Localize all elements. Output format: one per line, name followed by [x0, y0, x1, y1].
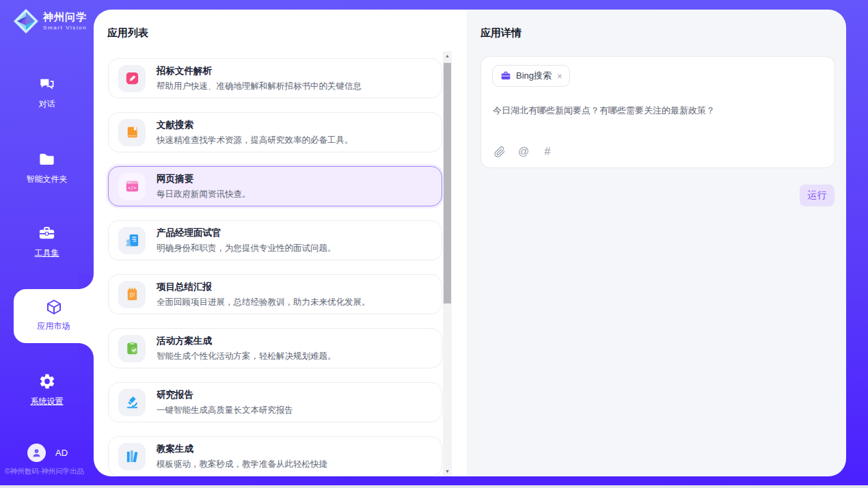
app-desc: 快速精准查找学术资源，提高研究效率的必备工具。 [157, 135, 353, 146]
sidebar-item-settings[interactable]: 系统设置 [0, 371, 94, 407]
notepad-icon [118, 281, 146, 308]
user-account[interactable]: AD [27, 444, 68, 462]
user-avatar-icon [27, 444, 46, 462]
toolbox-icon [0, 223, 94, 243]
user-name: AD [55, 448, 68, 458]
scroll-up-icon[interactable]: ▲ [443, 51, 452, 61]
sidebar-item-label: 工具集 [0, 247, 94, 259]
sidebar-item-smart-folder[interactable]: 智能文件夹 [0, 149, 94, 185]
app-card[interactable]: 研究报告一键智能生成高质量长文本研究报告 [108, 382, 442, 422]
app-card[interactable]: 招标文件解析帮助用户快速、准确地理解和解析招标书中的关键信息 [108, 58, 442, 98]
app-list-panel: 应用列表 招标文件解析帮助用户快速、准确地理解和解析招标书中的关键信息文献搜索快… [94, 10, 467, 476]
scrollbar[interactable]: ▲ ▼ [443, 51, 452, 476]
diamond-logo-icon [12, 8, 40, 35]
app-name: 产品经理面试官 [157, 227, 336, 239]
copyright-footer: ©神州数码·神州问学出品 [5, 467, 94, 476]
brand-subtitle: Smart Vision [43, 25, 87, 31]
microscope-icon [118, 389, 146, 416]
app-desc: 智能生成个性化活动方案，轻松解决规划难题。 [157, 351, 336, 362]
app-card[interactable]: 项目总结汇报全面回顾项目进展，总结经验教训，助力未来优化发展。 [108, 274, 442, 314]
resume-icon [118, 227, 146, 254]
folder-icon [0, 149, 94, 170]
app-desc: 模板驱动，教案秒成，教学准备从此轻松快捷 [157, 459, 327, 470]
app-list: 招标文件解析帮助用户快速、准确地理解和解析招标书中的关键信息文献搜索快速精准查找… [108, 58, 442, 476]
close-icon[interactable]: × [557, 71, 562, 81]
cube-icon [14, 297, 94, 318]
app-card[interactable]: 文献搜索快速精准查找学术资源，提高研究效率的必备工具。 [108, 112, 442, 152]
app-name: 招标文件解析 [157, 65, 362, 77]
prompt-composer[interactable]: Bing搜索 × 今日湖北有哪些新闻要点？有哪些需要关注的最新政策？ @ # [480, 56, 835, 168]
briefcase-icon [500, 70, 511, 81]
app-card[interactable]: 活动方案生成智能生成个性化活动方案，轻松解决规划难题。 [108, 328, 442, 368]
app-desc: 帮助用户快速、准确地理解和解析招标书中的关键信息 [157, 81, 362, 92]
tool-tag-bing-search[interactable]: Bing搜索 × [492, 65, 570, 87]
tab-curve-top [79, 274, 94, 289]
app-desc: 全面回顾项目进展，总结经验教训，助力未来优化发展。 [157, 297, 370, 308]
app-card[interactable]: 产品经理面试官明确身份和职责，为您提供专业性的面试问题。 [108, 220, 442, 260]
app-name: 教案生成 [157, 443, 327, 455]
app-name: 研究报告 [157, 389, 293, 401]
app-list-title: 应用列表 [107, 27, 148, 40]
book-icon [118, 119, 146, 146]
brand-logo: 神州问学 Smart Vision [12, 8, 87, 35]
hash-icon[interactable]: # [541, 145, 554, 159]
sidebar-item-label: 对话 [0, 98, 94, 110]
app-name: 活动方案生成 [157, 335, 336, 347]
scroll-down-icon[interactable]: ▼ [443, 467, 452, 476]
scrollbar-thumb[interactable] [444, 63, 451, 303]
svg-text:</>: </> [128, 185, 136, 191]
sidebar-item-app-market[interactable]: 应用市场 [14, 289, 94, 343]
paperclip-icon[interactable] [493, 145, 506, 159]
chat-icon [0, 74, 94, 94]
edit-doc-icon [118, 65, 146, 92]
browser-code-icon: </> [118, 173, 146, 200]
brand-name: 神州问学 [43, 12, 87, 22]
sidebar-item-chat[interactable]: 对话 [0, 74, 94, 110]
tab-curve-bottom [79, 343, 94, 358]
sidebar-item-toolset[interactable]: 工具集 [0, 223, 94, 259]
app-detail-panel: 应用详情 Bing搜索 × 今日湖北有哪些新闻要点？有哪些需要关注的最新政策？ … [467, 10, 846, 476]
sidebar-item-label: 应用市场 [14, 321, 94, 332]
query-text[interactable]: 今日湖北有哪些新闻要点？有哪些需要关注的最新政策？ [493, 105, 821, 117]
gear-icon [0, 371, 94, 392]
app-name: 文献搜索 [157, 119, 353, 131]
bottom-edge [0, 485, 868, 488]
app-desc: 一键智能生成高质量长文本研究报告 [157, 405, 293, 416]
app-detail-title: 应用详情 [480, 27, 521, 40]
sidebar-item-label: 智能文件夹 [0, 174, 94, 185]
sidebar: 神州问学 Smart Vision 对话 智能文件夹 工具集 应用市场 系统设置 [0, 0, 94, 488]
app-window: 神州问学 Smart Vision 对话 智能文件夹 工具集 应用市场 系统设置 [0, 0, 868, 488]
app-name: 项目总结汇报 [157, 281, 370, 293]
app-name: 网页摘要 [157, 173, 251, 185]
app-desc: 明确身份和职责，为您提供专业性的面试问题。 [157, 243, 336, 254]
app-card[interactable]: 教案生成模板驱动，教案秒成，教学准备从此轻松快捷 [108, 436, 442, 476]
clipboard-check-icon [118, 335, 146, 362]
app-desc: 每日政府新闻资讯快查。 [157, 189, 251, 200]
run-button[interactable]: 运行 [800, 185, 835, 206]
tool-tag-label: Bing搜索 [516, 70, 552, 82]
sidebar-item-label: 系统设置 [0, 396, 94, 407]
at-icon[interactable]: @ [517, 145, 530, 159]
app-card[interactable]: </>网页摘要每日政府新闻资讯快查。 [108, 166, 442, 206]
books-icon [118, 443, 146, 470]
